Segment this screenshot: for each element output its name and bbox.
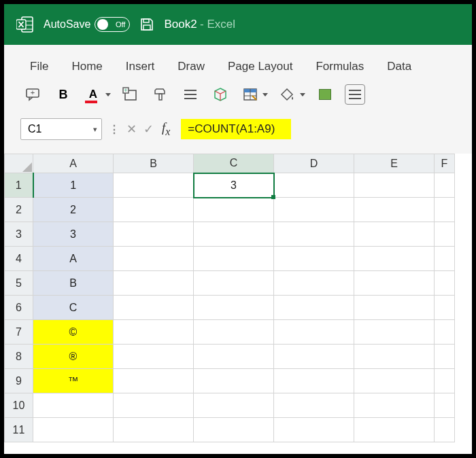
svg-rect-6 [143, 25, 150, 30]
tab-formulas[interactable]: Formulas [316, 60, 364, 73]
svg-rect-12 [159, 94, 162, 100]
col-header-A[interactable]: A [33, 154, 114, 173]
cell-A2[interactable]: 2 [33, 198, 114, 222]
tab-file[interactable]: File [30, 60, 48, 73]
row-header-5[interactable]: 5 [5, 271, 33, 296]
row-header-2[interactable]: 2 [5, 198, 33, 222]
autosave-toggle[interactable]: Off [95, 17, 130, 32]
new-sheet-icon[interactable]: + [120, 84, 141, 105]
cancel-icon[interactable]: ✕ [126, 122, 137, 137]
svg-text:+: + [31, 88, 35, 96]
title-bar: AutoSave Off Book2 - Excel [4, 4, 472, 45]
row-header-9[interactable]: 9 [5, 369, 33, 393]
cell-A6[interactable]: C [33, 296, 114, 320]
col-header-B[interactable]: B [114, 154, 194, 173]
cell-A4[interactable]: A [33, 247, 114, 271]
row-header-3[interactable]: 3 [5, 222, 33, 247]
comment-icon[interactable]: + [23, 84, 44, 105]
cell-A3[interactable]: 3 [33, 222, 114, 247]
enter-icon[interactable]: ✓ [143, 122, 154, 137]
font-color-button[interactable]: A [83, 84, 111, 105]
autosave-state: Off [116, 20, 125, 29]
fill-color-button[interactable] [277, 84, 305, 105]
autosave-group: AutoSave Off [44, 17, 130, 32]
bold-button[interactable]: B [53, 84, 73, 105]
cell-A1[interactable]: 1 [33, 173, 114, 198]
tab-home[interactable]: Home [71, 60, 102, 73]
row-header-4[interactable]: 4 [5, 247, 33, 271]
cell-D1[interactable] [274, 173, 354, 198]
chevron-down-icon: ▾ [93, 125, 97, 134]
fx-icon[interactable]: fx [158, 120, 174, 138]
table-style-button[interactable] [240, 84, 268, 105]
tab-draw[interactable]: Draw [177, 60, 205, 73]
ribbon-tabs: File Home Insert Draw Page Layout Formul… [4, 45, 472, 82]
select-all-corner[interactable] [5, 154, 33, 173]
formula-bar: C1 ▾ ⋮ ✕ ✓ fx =COUNT(A1:A9) [4, 114, 472, 154]
window-title: Book2 - Excel [164, 18, 235, 31]
col-header-E[interactable]: E [354, 154, 435, 173]
cell-A8[interactable]: ® [33, 345, 114, 369]
row-header-1[interactable]: 1 [5, 173, 33, 198]
excel-app-icon [16, 16, 34, 33]
autosave-label: AutoSave [44, 18, 90, 31]
spreadsheet-grid[interactable]: A B C D E F 1 1 3 [4, 154, 455, 442]
fill-swatch[interactable] [315, 84, 335, 105]
svg-text:+: + [124, 87, 127, 94]
cell-C1[interactable]: 3 [194, 173, 274, 198]
cell-A5[interactable]: B [33, 271, 114, 296]
3d-model-icon[interactable] [210, 84, 231, 105]
row-header-7[interactable]: 7 [5, 320, 33, 345]
formula-input[interactable]: =COUNT(A1:A9) [181, 119, 291, 139]
row-header-8[interactable]: 8 [5, 345, 33, 369]
book-name: Book2 [164, 18, 197, 31]
cell-A7[interactable]: © [33, 320, 114, 345]
separator: ⋮ [106, 123, 122, 136]
quick-toolbar: + B A + [4, 82, 472, 114]
app-name: Excel [207, 18, 235, 31]
cell-A9[interactable]: ™ [33, 369, 114, 393]
chevron-down-icon [105, 93, 111, 96]
cell-B1[interactable] [114, 173, 194, 198]
row-header-10[interactable]: 10 [5, 393, 33, 418]
cell-F1[interactable] [435, 173, 455, 198]
chevron-down-icon [262, 93, 268, 96]
tab-data[interactable]: Data [387, 60, 411, 73]
save-icon[interactable] [139, 17, 154, 32]
justify-button[interactable] [345, 84, 365, 105]
col-header-F[interactable]: F [435, 154, 455, 173]
cell-E1[interactable] [354, 173, 435, 198]
col-header-C[interactable]: C [194, 154, 274, 173]
col-header-D[interactable]: D [274, 154, 354, 173]
chevron-down-icon [300, 93, 305, 96]
format-painter-icon[interactable] [150, 84, 171, 105]
name-box[interactable]: C1 ▾ [20, 118, 102, 140]
row-header-6[interactable]: 6 [5, 296, 33, 320]
tab-page-layout[interactable]: Page Layout [228, 60, 292, 73]
tab-insert[interactable]: Insert [126, 60, 155, 73]
align-icon[interactable] [180, 84, 201, 105]
name-box-value: C1 [28, 123, 41, 135]
row-header-11[interactable]: 11 [5, 418, 33, 442]
